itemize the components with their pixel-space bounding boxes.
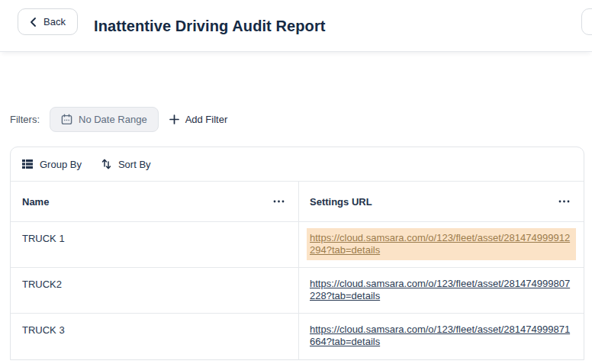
column-header-settings-url-label: Settings URL [310,196,372,208]
header-action-button-partial[interactable] [581,8,592,35]
app-header: Back Inattentive Driving Audit Report [0,0,592,52]
sort-by-button[interactable]: Sort By [101,159,151,170]
name-cell: TRUCK 1 [11,222,298,267]
filters-row: Filters: No Date Range Add Filter [10,107,227,132]
filters-label: Filters: [10,114,40,125]
add-filter-label: Add Filter [185,114,228,125]
sort-by-label: Sort By [118,159,151,170]
chevron-left-icon [30,18,37,27]
report-card: Group By Sort By Name Settings URL [10,147,584,360]
calendar-icon [61,114,72,125]
settings-url-cell: https://cloud.samsara.com/o/123/fleet/as… [298,314,584,359]
column-header-settings-url: Settings URL [298,182,584,221]
page-title: Inattentive Driving Audit Report [94,0,326,52]
name-cell: TRUCK 3 [11,314,298,359]
back-button-label: Back [43,16,66,27]
group-by-label: Group By [40,159,82,170]
date-range-filter-button[interactable]: No Date Range [50,107,159,132]
table-row: TRUCK 3 https://cloud.samsara.com/o/123/… [11,314,584,359]
date-range-filter-label: No Date Range [79,114,147,125]
settings-url-link[interactable]: https://cloud.samsara.com/o/123/fleet/as… [310,278,573,302]
table-row: TRUCK2 https://cloud.samsara.com/o/123/f… [11,268,584,314]
table-toolbar: Group By Sort By [11,147,584,181]
group-by-button[interactable]: Group By [22,159,82,170]
name-cell: TRUCK2 [11,268,298,313]
back-button[interactable]: Back [18,8,78,35]
column-header-name: Name [11,182,298,221]
table-rows-icon [22,159,33,169]
page: Back Inattentive Driving Audit Report Fi… [0,0,592,364]
settings-url-link[interactable]: https://cloud.samsara.com/o/123/fleet/as… [310,232,573,256]
column-menu-ellipsis-icon[interactable] [558,200,570,203]
settings-url-cell: https://cloud.samsara.com/o/123/fleet/as… [298,222,584,267]
column-header-name-label: Name [22,196,49,208]
arrows-up-down-icon [101,159,111,169]
column-menu-ellipsis-icon[interactable] [273,200,285,203]
table-body: TRUCK 1 https://cloud.samsara.com/o/123/… [11,222,584,359]
plus-icon [169,114,179,124]
settings-url-link[interactable]: https://cloud.samsara.com/o/123/fleet/as… [310,324,573,348]
add-filter-button[interactable]: Add Filter [169,114,228,125]
highlighted-url-box: https://cloud.samsara.com/o/123/fleet/as… [307,228,576,260]
settings-url-cell: https://cloud.samsara.com/o/123/fleet/as… [298,268,584,313]
table-row: TRUCK 1 https://cloud.samsara.com/o/123/… [11,222,584,268]
table-header-row: Name Settings URL [11,181,584,222]
